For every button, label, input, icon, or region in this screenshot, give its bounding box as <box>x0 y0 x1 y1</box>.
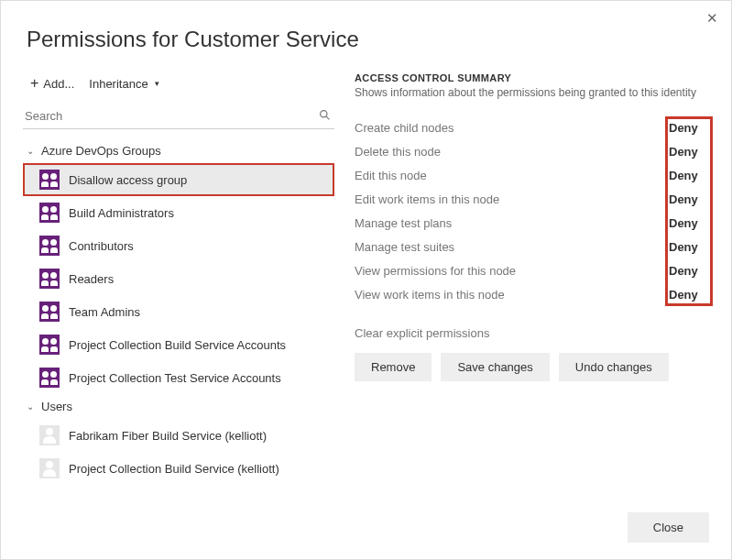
group-item-label: Build Administrators <box>69 206 174 220</box>
chevron-down-icon: ⌄ <box>27 401 36 412</box>
undo-changes-button[interactable]: Undo changes <box>559 353 669 381</box>
user-avatar-icon <box>39 458 60 478</box>
search-icon <box>319 109 331 124</box>
svg-point-0 <box>321 111 327 117</box>
permission-value: Deny <box>669 121 709 135</box>
group-item-label: Disallow access group <box>69 173 187 187</box>
remove-button[interactable]: Remove <box>355 353 432 381</box>
permission-label: Manage test suites <box>355 240 669 254</box>
permission-value: Deny <box>669 264 709 278</box>
action-row: Remove Save changes Undo changes <box>355 353 709 381</box>
close-button[interactable]: Close <box>628 512 709 543</box>
group-avatar-icon <box>39 368 60 388</box>
groups-header[interactable]: ⌄ Azure DevOps Groups <box>23 138 334 163</box>
save-changes-button[interactable]: Save changes <box>441 353 549 381</box>
user-item[interactable]: Fabrikam Fiber Build Service (kelliott) <box>23 419 334 452</box>
user-item[interactable]: Project Collection Build Service (kellio… <box>23 452 334 485</box>
group-item-label: Team Admins <box>69 305 140 319</box>
dialog-title: Permissions for Customer Service <box>1 1 731 52</box>
group-item-label: Project Collection Test Service Accounts <box>69 371 281 385</box>
summary-desc: Shows information about the permissions … <box>355 86 709 99</box>
permission-label: Edit work items in this node <box>355 192 669 206</box>
permission-value: Deny <box>669 192 709 206</box>
group-item[interactable]: Disallow access group <box>23 163 334 196</box>
group-avatar-icon <box>39 203 60 223</box>
permission-value: Deny <box>669 288 709 302</box>
permission-row[interactable]: Manage test suitesDeny <box>355 235 709 258</box>
permission-value: Deny <box>669 169 709 182</box>
toolbar: + Add... Inheritance ▾ <box>23 71 334 102</box>
group-item-label: Project Collection Build Service Account… <box>69 338 286 352</box>
permission-label: Delete this node <box>355 145 669 159</box>
permission-row[interactable]: Delete this nodeDeny <box>355 139 709 163</box>
group-item[interactable]: Readers <box>23 262 334 295</box>
permission-label: Create child nodes <box>355 121 669 135</box>
search-input[interactable] <box>23 104 334 128</box>
permission-row[interactable]: Edit work items in this nodeDeny <box>355 187 709 211</box>
group-avatar-icon <box>39 302 60 322</box>
close-icon[interactable]: ✕ <box>706 10 718 27</box>
search-wrap <box>23 104 334 129</box>
permission-row[interactable]: Edit this nodeDeny <box>355 163 709 187</box>
plus-icon: + <box>30 76 38 91</box>
permissions-panel: ACCESS CONTROL SUMMARY Shows information… <box>355 71 709 485</box>
permission-label: Manage test plans <box>355 216 669 230</box>
svg-line-1 <box>326 116 329 119</box>
group-item-label: Contributors <box>69 239 134 253</box>
group-item[interactable]: Project Collection Test Service Accounts <box>23 361 334 394</box>
groups-header-label: Azure DevOps Groups <box>41 144 161 158</box>
permission-value: Deny <box>669 240 709 254</box>
permission-value: Deny <box>669 216 709 230</box>
chevron-down-icon: ▾ <box>155 79 159 88</box>
permission-value: Deny <box>669 145 709 159</box>
permission-row[interactable]: View work items in this nodeDeny <box>355 282 709 306</box>
permission-label: View permissions for this node <box>355 264 669 278</box>
group-item[interactable]: Build Administrators <box>23 196 334 229</box>
permission-row[interactable]: Create child nodesDeny <box>355 115 709 139</box>
permission-label: View work items in this node <box>355 288 669 302</box>
group-avatar-icon <box>39 335 60 355</box>
user-item-label: Fabrikam Fiber Build Service (kelliott) <box>69 429 267 443</box>
summary-title: ACCESS CONTROL SUMMARY <box>355 72 709 83</box>
chevron-down-icon: ⌄ <box>27 146 36 156</box>
group-avatar-icon <box>39 269 60 289</box>
users-header-label: Users <box>41 400 72 413</box>
group-avatar-icon <box>39 170 60 190</box>
user-avatar-icon <box>39 425 60 445</box>
clear-permissions-link[interactable]: Clear explicit permissions <box>355 326 709 340</box>
inheritance-dropdown[interactable]: Inheritance ▾ <box>85 75 162 93</box>
group-item[interactable]: Project Collection Build Service Account… <box>23 328 334 361</box>
dialog-footer: Close <box>628 512 709 543</box>
inheritance-label: Inheritance <box>89 77 147 91</box>
permissions-table: Create child nodesDenyDelete this nodeDe… <box>355 115 709 306</box>
permission-row[interactable]: View permissions for this nodeDeny <box>355 258 709 282</box>
add-label: Add... <box>43 77 74 91</box>
group-item-label: Readers <box>69 272 114 286</box>
add-button[interactable]: + Add... <box>27 74 78 93</box>
group-avatar-icon <box>39 236 60 256</box>
user-item-label: Project Collection Build Service (kellio… <box>69 462 279 476</box>
identity-list-panel: + Add... Inheritance ▾ ⌄ Azure DevOps Gr… <box>23 71 334 485</box>
group-item[interactable]: Team Admins <box>23 295 334 328</box>
users-header[interactable]: ⌄ Users <box>23 394 334 419</box>
permission-row[interactable]: Manage test plansDeny <box>355 211 709 235</box>
group-item[interactable]: Contributors <box>23 229 334 262</box>
permission-label: Edit this node <box>355 169 669 182</box>
